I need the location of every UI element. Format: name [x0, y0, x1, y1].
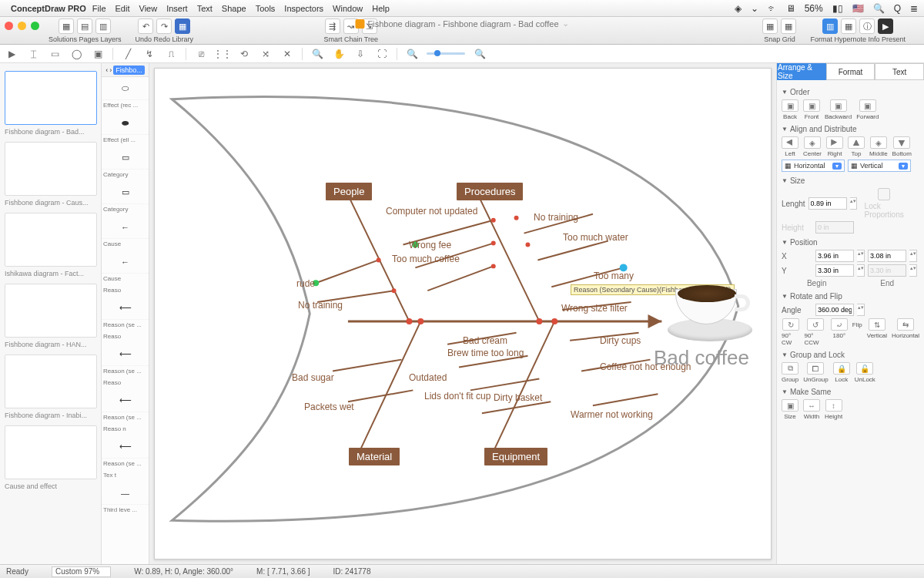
stencil-item[interactable]: — [102, 482, 149, 505]
maximize-button[interactable] [31, 22, 39, 30]
format-button[interactable]: ▥ [822, 18, 838, 34]
section-size[interactable]: Size [782, 176, 919, 185]
zoom-slider[interactable] [427, 52, 465, 55]
drawing-canvas[interactable]: People Procedures Material Equipment rud… [154, 68, 772, 560]
category-material[interactable]: Material [349, 448, 400, 465]
rotate-tool[interactable]: ⟲ [237, 47, 251, 61]
lock-tool[interactable]: ⇩ [353, 47, 367, 61]
page-thumbnail[interactable] [5, 71, 97, 125]
cause-text[interactable]: Wrong fee [409, 240, 451, 250]
stepper[interactable]: ▴▾ [850, 197, 857, 210]
align-left-button[interactable]: ⯇ [782, 136, 798, 149]
stencil-header[interactable]: ‹ › Fishbo... [102, 63, 149, 77]
grid-button[interactable]: ▦ [781, 18, 796, 34]
tab-text[interactable]: Text [875, 63, 924, 80]
fit-tool[interactable]: ⛶ [375, 47, 389, 61]
menu-insert[interactable]: Insert [166, 4, 188, 13]
cause-text[interactable]: Warmer not working [571, 409, 653, 420]
library-button[interactable]: ▦ [175, 18, 190, 34]
cause-text[interactable]: Outdated [409, 372, 447, 383]
align-center-button[interactable]: ◈ [804, 136, 821, 149]
menu-text[interactable]: Text [197, 4, 213, 13]
tab-format[interactable]: Format [826, 63, 875, 80]
stepper[interactable]: ▴▾ [857, 250, 865, 262]
distribute-h-dropdown[interactable]: ▦ Horizontal▾ [782, 160, 845, 172]
section-group[interactable]: Group and Lock [782, 351, 919, 359]
info-button[interactable]: ⓘ [859, 18, 875, 34]
wifi-icon[interactable]: ᯤ [768, 3, 777, 14]
stencil-item[interactable]: ▭ [102, 146, 149, 170]
page-thumbnail[interactable] [5, 355, 97, 408]
page-thumbnail[interactable] [5, 213, 97, 267]
more-tool[interactable]: ✕ [280, 47, 294, 61]
cause-text[interactable]: Dirty cups [600, 335, 641, 346]
shape-tool[interactable]: ▣ [91, 47, 105, 61]
close-button[interactable] [5, 22, 13, 30]
redo-button[interactable]: ↷ [156, 18, 172, 34]
section-makesame[interactable]: Make Same [782, 388, 919, 396]
rotate-180-button[interactable]: ⤾ [831, 318, 848, 331]
stencil-item[interactable]: ← [102, 216, 149, 239]
cause-text[interactable]: Packets wet [304, 402, 354, 412]
menu-window[interactable]: Window [333, 4, 363, 13]
section-order[interactable]: Order [782, 88, 919, 96]
menu-tools[interactable]: Tools [256, 4, 276, 13]
stencil-tab[interactable]: Fishbo... [113, 66, 145, 75]
stencil-item[interactable]: ▭ [102, 181, 149, 204]
minimize-button[interactable] [18, 22, 26, 30]
stepper[interactable]: ▴▾ [857, 304, 865, 316]
zoom-tool[interactable]: 🔍 [310, 47, 324, 61]
same-height-button[interactable]: ↕ [825, 399, 842, 412]
zoom-in[interactable]: 🔍 [473, 47, 487, 61]
cause-text[interactable]: Dirty basket [494, 392, 542, 403]
cause-text[interactable]: No training [298, 300, 343, 311]
page-thumbnail[interactable] [5, 284, 97, 338]
menu-extras-icon[interactable]: ≣ [910, 3, 918, 14]
rotate-cw-button[interactable]: ↻ [782, 318, 799, 331]
present-button[interactable]: ▶ [878, 18, 893, 34]
stencil-item[interactable]: ⟵ [102, 343, 149, 366]
cause-text[interactable]: Brew time too long [447, 348, 524, 358]
nav-prev-icon[interactable]: ‹ [105, 66, 108, 74]
align-top-button[interactable]: ⯅ [848, 136, 865, 149]
tab-arrange[interactable]: Arrange & Size [777, 63, 826, 80]
cause-text[interactable]: Lids don't fit cup [424, 391, 490, 402]
align-middle-button[interactable]: ◈ [870, 136, 887, 149]
align-right-button[interactable]: ⯈ [826, 136, 843, 149]
menu-file[interactable]: File [92, 4, 106, 13]
section-position[interactable]: Position [782, 238, 919, 247]
cause-text[interactable]: Computer not updated [386, 206, 477, 217]
angle-input[interactable] [815, 304, 854, 316]
cause-text[interactable]: Bad sugar [292, 372, 334, 383]
layers-button[interactable]: ▥ [95, 18, 111, 34]
stencil-item[interactable]: ⟵ [102, 389, 149, 412]
menu-edit[interactable]: Edit [116, 4, 130, 13]
menu-shape[interactable]: Shape [222, 4, 246, 13]
align-tool[interactable]: ⎚ [194, 47, 208, 61]
y-input[interactable] [815, 264, 854, 277]
menu-inspectors[interactable]: Inspectors [284, 4, 323, 13]
stencil-item[interactable]: ← [102, 250, 149, 274]
order-backward-button[interactable]: ▣ [830, 99, 847, 112]
pointer-tool[interactable]: ▶ [5, 47, 18, 61]
menu-view[interactable]: View [139, 4, 158, 13]
text-tool[interactable]: ⌶ [26, 47, 40, 61]
stepper[interactable]: ▴▾ [857, 264, 865, 277]
smart-button[interactable]: ⇶ [325, 18, 340, 34]
x-input[interactable] [815, 250, 854, 262]
pages-button[interactable]: ▤ [77, 18, 92, 34]
display-icon[interactable]: 🖥 [786, 3, 795, 14]
flag-icon[interactable]: 🇺🇸 [852, 3, 864, 14]
page-thumbnail[interactable] [5, 425, 97, 479]
stencil-item[interactable]: ⟵ [102, 435, 149, 459]
cause-text[interactable]: Too much water [563, 232, 628, 243]
distribute-tool[interactable]: ⋮⋮ [216, 47, 229, 61]
status-icon[interactable]: ⌄ [751, 3, 758, 14]
line-tool[interactable]: ╱ [121, 47, 135, 61]
cause-text[interactable]: Bad cream [463, 335, 507, 346]
stepper[interactable]: ▴▾ [909, 250, 917, 262]
document-title[interactable]: Fishbone diagram - Fishbone diagram - Ba… [355, 18, 568, 29]
connector2-tool[interactable]: ⎍ [164, 47, 178, 61]
effect-label[interactable]: Bad coffee [654, 346, 749, 370]
order-back-button[interactable]: ▣ [782, 99, 798, 112]
